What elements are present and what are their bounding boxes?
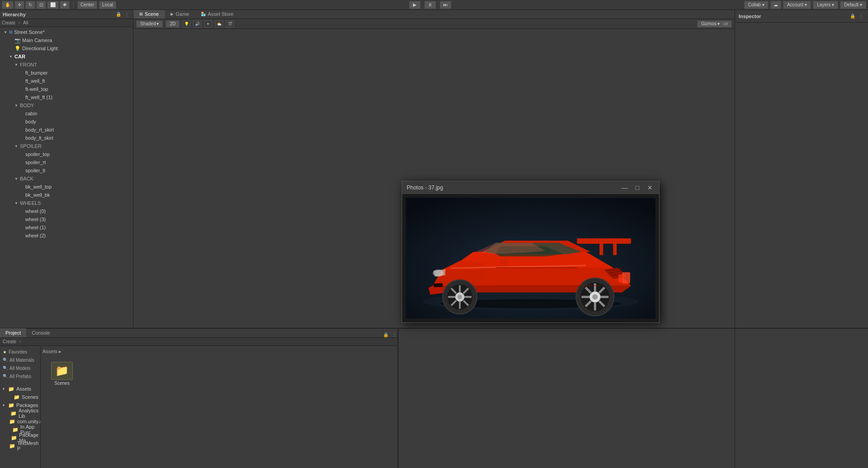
layers-btn[interactable]: Layers ▾ [813,1,838,9]
scene-sky-btn[interactable]: ⛅ [215,20,223,28]
tree-item-wheel-0[interactable]: wheel (0) [0,207,133,215]
back-arrow-icon: ▼ [14,177,20,181]
photos-close-btn[interactable]: ✕ [645,183,655,192]
hierarchy-more-btn[interactable]: ⋮ [124,12,130,17]
fav-all-prefabs[interactable]: 🔍 All Prefabs [0,372,40,380]
tree-item-ft-well-ft1[interactable]: ft_well_ft (1) [0,93,133,101]
project-create-btn[interactable]: Create [3,339,16,344]
tree-item-front[interactable]: ▼ FRONT [0,61,133,69]
inspector-lock-btn[interactable]: 🔒 [849,14,856,19]
all-models-label: All Models [9,366,30,371]
photos-maximize-btn[interactable]: □ [633,183,642,192]
move-tool-btn[interactable]: ✛ [14,1,24,9]
tree-item-wheel-1[interactable]: wheel (1) [0,223,133,232]
tab-asset-store[interactable]: 🏪 Asset Store [195,10,239,19]
photos-minimize-btn[interactable]: — [620,183,629,192]
rotate-tool-btn[interactable]: ↻ [25,1,35,9]
tree-item-car[interactable]: ▼ CAR [0,52,133,61]
inspector-more-btn[interactable]: ⋮ [858,14,864,19]
hand-tool-btn[interactable]: ✋ [2,1,14,9]
tree-item-spoiler-top[interactable]: spoiler_top [0,150,133,158]
scale-tool-btn[interactable]: ⊡ [36,1,46,9]
tree-item-body-rt-skirt[interactable]: body_rt_skirt [0,126,133,134]
package-ma-folder-icon: 📁 [11,435,17,441]
tree-item-spoiler-rt[interactable]: spoiler_rt [0,158,133,166]
scene-fx-btn[interactable]: ✦ [204,20,212,28]
folder-assets[interactable]: ▼ 📁 Assets [0,385,40,393]
scene-name: Street Scene* [14,29,45,35]
transform-tool-btn[interactable]: ✱ [60,1,70,9]
scene-audio-btn[interactable]: 🔊 [193,20,201,28]
tree-item-body[interactable]: body [0,118,133,126]
tab-game[interactable]: ▶ Game [165,10,195,19]
tree-item-directional-light[interactable]: 💡 Directional Light [0,44,133,52]
tree-item-wheel-2[interactable]: wheel (2) [0,232,133,240]
assets-panel-header: Assets ▸ [43,348,396,356]
tree-item-spoiler-group[interactable]: ▼ SPOILER [0,142,133,150]
tab-scene[interactable]: ⊞ Scene [133,10,165,19]
tree-item-wheels-group[interactable]: ▼ WHEELS [0,199,133,207]
fav-all-materials[interactable]: 🔍 All Materials [0,356,40,364]
scene-light-btn[interactable]: 💡 [182,20,190,28]
hierarchy-lock-btn[interactable]: 🔒 [115,12,122,17]
account-btn[interactable]: Account ▾ [783,1,811,9]
tab-console[interactable]: Console [26,328,55,337]
tree-item-ft-bumper[interactable]: ft_bumper [0,69,133,77]
bk-well-top-label: bk_well_top [25,184,52,189]
cloud-btn[interactable]: ☁ [770,1,781,9]
bk-well-bk-label: bk_well_bk [25,192,50,198]
scenes-label: Scenes [22,394,38,400]
assets-label: Assets [16,386,31,392]
svg-rect-75 [622,272,630,284]
local-btn[interactable]: Local [99,1,116,9]
packages-label: Packages [16,402,38,408]
folder-textmesh[interactable]: 📁 TextMesh P [0,442,40,450]
collab-label: Collab [748,2,761,7]
default-btn[interactable]: Default ▾ [840,1,866,9]
fav-all-models[interactable]: 🔍 All Models [0,364,40,372]
collab-btn[interactable]: Collab ▾ [744,1,768,9]
hierarchy-sub-header: Create ▾ All [0,19,133,27]
all-materials-label: All Materials [9,358,34,363]
tree-item-back-group[interactable]: ▼ BACK [0,175,133,183]
asset-tab-label: Asset Store [208,11,233,17]
car-label: CAR [14,54,25,59]
tree-item-spoiler-lt[interactable]: spoiler_lt [0,166,133,175]
file-item-scenes[interactable]: 📁 Scenes [46,360,78,388]
tree-item-scene[interactable]: ▼ ⊞ Street Scene* [0,28,133,36]
tree-item-cabin[interactable]: cabin [0,109,133,118]
project-lock-btn[interactable]: 🔒 [382,332,389,337]
tree-item-bk-well-bk[interactable]: bk_well_bk [0,191,133,199]
tree-item-main-camera[interactable]: 📷 Main Camera [0,36,133,44]
tree-item-ft-well-ft[interactable]: ft_well_ft [0,77,133,85]
hierarchy-create-btn[interactable]: Create [2,20,15,25]
tree-item-ft-well-top[interactable]: ft-well_top [0,85,133,93]
folder-analytics[interactable]: 📁 Analytics Lib [0,409,40,417]
hierarchy-all-btn[interactable]: All [23,20,28,25]
scene-tab-icon: ⊞ [139,12,143,16]
pause-btn[interactable]: ⏸ [424,1,436,9]
step-btn[interactable]: ⏭ [440,1,451,9]
wheel-0-label: wheel (0) [25,208,46,214]
folder-scenes[interactable]: 📁 Scenes [0,393,40,401]
search-prefabs-icon: 🔍 [3,374,8,378]
tree-item-wheel-3[interactable]: wheel (3) [0,215,133,223]
main-camera-label: Main Camera [22,38,52,43]
tree-item-body-lt-skirt[interactable]: body_lt_skirt [0,134,133,142]
tab-project[interactable]: Project [0,328,26,337]
play-btn[interactable]: ▶ [409,1,421,9]
default-label: Default [844,2,859,7]
shading-btn[interactable]: Shaded ▾ [136,20,163,28]
tree-item-body-group[interactable]: ▼ BODY [0,101,133,109]
gizmos-btn[interactable]: Gizmos ▾ All [697,20,732,28]
scene-tabs: ⊞ Scene ▶ Game 🏪 Asset Store [133,10,735,19]
2d-btn[interactable]: 2D [166,20,180,28]
center-btn[interactable]: Center [77,1,97,9]
analytics-folder-icon: 📁 [10,411,17,416]
tree-item-bk-well-top[interactable]: bk_well_top [0,183,133,191]
rect-tool-btn[interactable]: ⬜ [47,1,59,9]
favorites-header: ★ Favorites [0,348,40,356]
hierarchy-header: Hierarchy 🔒 ⋮ [0,10,133,19]
project-more-btn[interactable]: ⋮ [391,332,398,337]
scene-anim-btn[interactable]: 🎬 [226,20,234,28]
